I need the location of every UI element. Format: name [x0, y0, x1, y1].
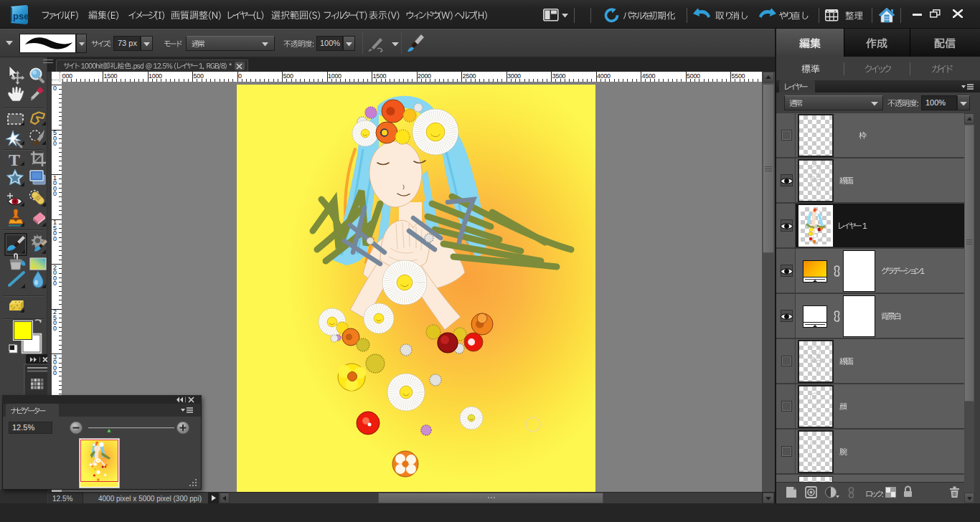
svg-text:T: T [9, 151, 20, 169]
svg-text:pse: pse [13, 11, 29, 22]
